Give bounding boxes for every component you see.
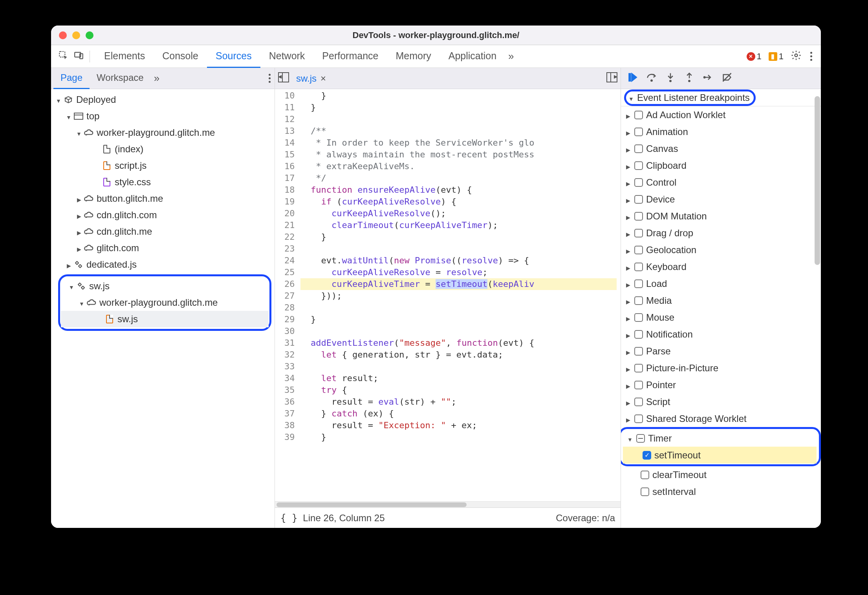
checkbox-icon[interactable] <box>634 144 643 153</box>
checkbox-icon[interactable] <box>641 471 649 479</box>
event-category[interactable]: Shared Storage Worklet <box>621 410 821 427</box>
deactivate-breakpoints-icon[interactable] <box>722 72 732 85</box>
event-category[interactable]: DOM Mutation <box>621 208 821 224</box>
tree-item-top[interactable]: top <box>51 108 275 124</box>
event-category[interactable]: Load <box>621 275 821 292</box>
svg-point-7 <box>82 287 84 289</box>
step-out-icon[interactable] <box>684 72 695 85</box>
event-category[interactable]: Notification <box>621 326 821 343</box>
checkbox-icon[interactable] <box>634 128 643 136</box>
navigator-tabs-overflow-icon[interactable]: » <box>151 72 157 84</box>
more-menu-icon[interactable] <box>809 52 814 61</box>
event-category[interactable]: Control <box>621 174 821 191</box>
navigator-tab-page[interactable]: Page <box>53 68 90 89</box>
checkbox-icon[interactable] <box>634 229 643 237</box>
tab-console[interactable]: Console <box>154 45 207 68</box>
tab-sources[interactable]: Sources <box>207 45 260 68</box>
error-icon: × <box>747 52 755 61</box>
js-file-icon <box>104 314 115 324</box>
navigator-tab-workspace[interactable]: Workspace <box>90 68 151 89</box>
event-category[interactable]: Mouse <box>621 309 821 326</box>
close-file-tab-icon[interactable]: × <box>320 73 326 84</box>
code-editor[interactable]: 1011121314151617181920212223242526272829… <box>275 89 621 501</box>
checkbox-icon[interactable] <box>634 398 643 406</box>
checkbox-icon[interactable] <box>634 296 643 305</box>
checkbox-icon[interactable] <box>634 330 643 339</box>
checkbox-icon[interactable] <box>634 381 643 389</box>
tab-memory[interactable]: Memory <box>387 45 439 68</box>
checkbox-icon[interactable] <box>634 111 643 119</box>
sources-panel: Page Workspace » Deployed top <box>51 68 821 528</box>
checkbox-indeterminate-icon[interactable] <box>636 434 645 443</box>
warnings-badge[interactable]: ▮ 1 <box>769 51 784 62</box>
checkbox-icon[interactable] <box>634 161 643 170</box>
event-category[interactable]: Pointer <box>621 376 821 393</box>
event-category[interactable]: Device <box>621 191 821 208</box>
tree-item-cloud[interactable]: cdn.glitch.com <box>51 207 275 223</box>
settings-gear-icon[interactable] <box>791 50 802 63</box>
checkbox-icon[interactable] <box>634 279 643 288</box>
tabs-overflow-icon[interactable]: » <box>505 50 511 62</box>
event-category[interactable]: Parse <box>621 343 821 360</box>
checkbox-icon[interactable] <box>634 313 643 322</box>
event-category[interactable]: Canvas <box>621 140 821 157</box>
checkbox-icon[interactable] <box>634 246 643 254</box>
resume-icon[interactable] <box>627 72 638 85</box>
event-category[interactable]: Picture-in-Picture <box>621 360 821 376</box>
tree-item-deployed[interactable]: Deployed <box>51 91 275 108</box>
event-category[interactable]: Drag / drop <box>621 224 821 241</box>
file-tab-swjs[interactable]: sw.js × <box>293 73 329 84</box>
event-child[interactable]: setInterval <box>621 483 821 500</box>
event-category[interactable]: Script <box>621 393 821 410</box>
event-category[interactable]: Ad Auction Worklet <box>621 106 821 123</box>
tab-performance[interactable]: Performance <box>313 45 387 68</box>
checkbox-icon[interactable] <box>641 487 649 496</box>
checkbox-icon[interactable] <box>634 195 643 204</box>
checkbox-icon[interactable] <box>634 364 643 372</box>
step-icon[interactable] <box>703 72 714 85</box>
svg-point-11 <box>688 80 690 82</box>
device-toolbar-icon[interactable] <box>74 50 84 63</box>
errors-badge[interactable]: × 1 <box>747 51 762 62</box>
inspect-icon[interactable] <box>58 50 68 63</box>
event-category[interactable]: Animation <box>621 123 821 140</box>
tree-item-dedicated-worker[interactable]: dedicated.js <box>51 256 275 273</box>
event-category-timer[interactable]: Timer <box>623 430 817 447</box>
event-category[interactable]: Keyboard <box>621 258 821 275</box>
checkbox-icon[interactable] <box>634 414 643 423</box>
checkbox-icon[interactable] <box>634 178 643 187</box>
event-child-settimeout[interactable]: ✓setTimeout <box>623 447 817 464</box>
step-into-icon[interactable] <box>665 72 676 85</box>
editor-horizontal-scrollbar[interactable] <box>275 501 621 507</box>
toggle-navigator-icon[interactable] <box>278 72 289 85</box>
right-scrollbar[interactable] <box>815 89 820 526</box>
tree-file-swjs[interactable]: sw.js <box>61 311 269 327</box>
checkbox-icon[interactable] <box>634 347 643 356</box>
tree-file-stylecss[interactable]: style.css <box>51 174 275 190</box>
tree-item-cloud[interactable]: glitch.com <box>51 240 275 256</box>
event-category[interactable]: Geolocation <box>621 241 821 258</box>
event-child[interactable]: clearTimeout <box>621 466 821 483</box>
pretty-print-icon[interactable]: { } <box>280 513 297 524</box>
checkbox-icon[interactable] <box>634 263 643 271</box>
event-category[interactable]: Clipboard <box>621 157 821 174</box>
cloud-icon <box>83 226 94 237</box>
checkbox-checked-icon[interactable]: ✓ <box>643 451 651 460</box>
tree-item-service-worker[interactable]: sw.js <box>61 278 269 294</box>
tree-item-cloud[interactable]: cdn.glitch.me <box>51 223 275 240</box>
tree-file-index[interactable]: (index) <box>51 141 275 157</box>
tree-item-cloud[interactable]: button.glitch.me <box>51 190 275 207</box>
event-category[interactable]: Media <box>621 292 821 309</box>
tab-elements[interactable]: Elements <box>95 45 154 68</box>
toggle-debugger-icon[interactable] <box>606 72 617 85</box>
navigator-more-icon[interactable] <box>267 74 272 83</box>
section-event-listener-breakpoints[interactable]: Event Listener Breakpoints <box>621 89 821 106</box>
tree-item-sw-origin[interactable]: worker-playground.glitch.me <box>61 294 269 311</box>
tree-item-origin[interactable]: worker-playground.glitch.me <box>51 124 275 141</box>
checkbox-icon[interactable] <box>634 212 643 221</box>
tree-file-scriptjs[interactable]: script.js <box>51 157 275 174</box>
step-over-icon[interactable] <box>646 72 657 85</box>
tab-application[interactable]: Application <box>440 45 505 68</box>
code-source[interactable]: } } /** * In order to keep the ServiceWo… <box>300 90 621 443</box>
tab-network[interactable]: Network <box>260 45 314 68</box>
